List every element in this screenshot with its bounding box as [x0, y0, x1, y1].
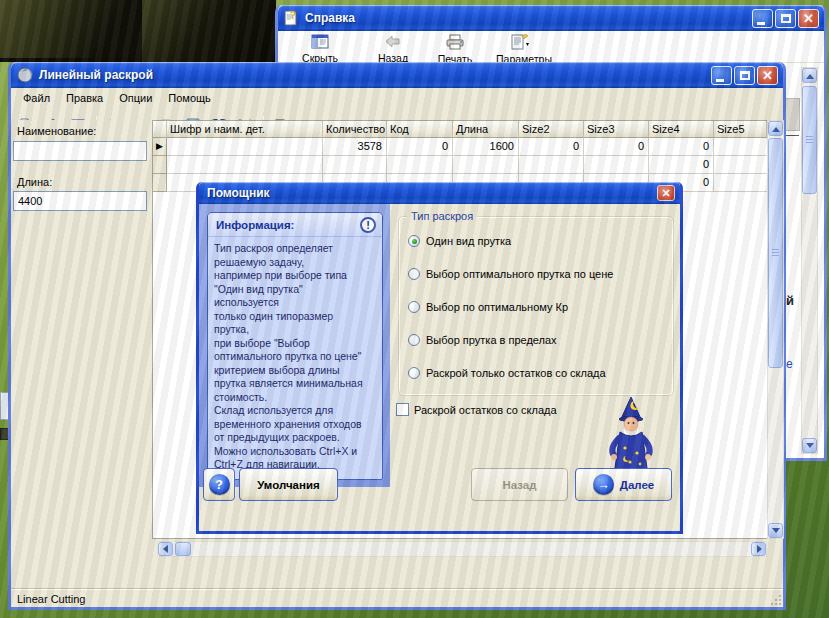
printer-icon: [445, 34, 465, 50]
table-scroll-right-button[interactable]: [751, 542, 766, 556]
table-scroll-left-button[interactable]: [158, 542, 173, 556]
next-button-label: Далее: [620, 479, 655, 491]
cell-size3[interactable]: 0: [584, 138, 649, 156]
defaults-button-label: Умолчания: [257, 479, 320, 491]
cell-length[interactable]: 1600: [453, 138, 519, 156]
next-button[interactable]: → Далее: [575, 468, 672, 501]
column-header[interactable]: Size5: [714, 121, 767, 138]
table-vertical-scrollbar[interactable]: [767, 120, 784, 539]
cell-size4[interactable]: 0: [649, 138, 714, 156]
column-header[interactable]: Size2: [519, 121, 584, 138]
cell-size5[interactable]: [714, 156, 767, 174]
help-document-icon: ?: [283, 10, 299, 26]
info-title: Информация:: [216, 219, 360, 231]
help-close-button[interactable]: ✕: [798, 9, 819, 28]
parameters-sidebar: Наименование: Длина:: [11, 120, 152, 561]
menu-file[interactable]: Файл: [15, 89, 58, 107]
radio-label: Выбор по оптимальному Кр: [426, 301, 568, 313]
table-horizontal-scrollbar[interactable]: [157, 541, 767, 557]
wizard-dialog: Помощник ✕ Информация: ! Тип раскроя опр…: [196, 182, 683, 534]
name-input[interactable]: [13, 141, 147, 161]
cell-quantity[interactable]: [323, 156, 387, 174]
options-icon: [510, 34, 532, 50]
help-print-button[interactable]: Печать: [430, 34, 480, 65]
checkbox-icon: [396, 403, 409, 416]
help-toolbar: Скрыть Назад Печать: [278, 31, 824, 63]
info-text: Тип раскроя определяет решаемую задачу, …: [208, 237, 382, 477]
table-header-row: Шифр и наим. дет. Количество Код Длина S…: [153, 121, 767, 138]
column-header[interactable]: Количество: [323, 121, 387, 138]
table-hscroll-thumb[interactable]: [175, 542, 191, 556]
column-header[interactable]: Длина: [453, 121, 519, 138]
cut-type-groupbox: Тип раскроя Один вид прутка Выбор оптима…: [398, 216, 674, 396]
radio-label: Один вид прутка: [426, 235, 511, 247]
column-header[interactable]: Size4: [649, 121, 714, 138]
help-back-button[interactable]: Назад: [368, 34, 418, 64]
column-header[interactable]: Size3: [584, 121, 649, 138]
column-header[interactable]: Код: [387, 121, 453, 138]
column-header[interactable]: Шифр и наим. дет.: [167, 121, 323, 138]
radio-option-bar-in-range[interactable]: Выбор прутка в пределах: [408, 333, 673, 346]
radio-option-stock-remnants-only[interactable]: Раскрой только остатков со склада: [408, 366, 673, 379]
help-scroll-down-button[interactable]: [802, 438, 817, 453]
table-scroll-down-button[interactable]: [768, 523, 783, 538]
cell-size3[interactable]: [584, 156, 649, 174]
dialog-titlebar[interactable]: Помощник ✕: [199, 182, 680, 204]
defaults-button[interactable]: Умолчания: [239, 468, 338, 501]
main-titlebar[interactable]: Линейный раскрой ✕: [11, 62, 783, 88]
radio-option-optimal-kr[interactable]: Выбор по оптимальному Кр: [408, 300, 673, 313]
cell-name[interactable]: [167, 156, 323, 174]
help-titlebar[interactable]: ? Справка ✕: [278, 5, 824, 31]
info-box-header: Информация: !: [208, 213, 382, 237]
radio-label: Выбор прутка в пределах: [426, 334, 557, 346]
table-row[interactable]: 0: [153, 156, 767, 174]
cell-name[interactable]: [167, 138, 323, 156]
cell-code[interactable]: 0: [387, 138, 453, 156]
menu-options[interactable]: Опции: [111, 89, 160, 107]
table-scroll-thumb[interactable]: [768, 138, 783, 368]
resize-grip[interactable]: [769, 593, 782, 606]
cell-size5[interactable]: [714, 174, 767, 192]
desktop: ? Справка ✕ Скрыть: [0, 0, 829, 618]
help-scroll-up-button[interactable]: [802, 68, 817, 83]
stock-remnants-checkbox-row[interactable]: Раскрой остатков со склада: [396, 403, 557, 416]
length-input[interactable]: [13, 191, 147, 211]
cell-size2[interactable]: 0: [519, 138, 584, 156]
radio-option-single-bar[interactable]: Один вид прутка: [408, 234, 673, 247]
checkbox-label: Раскрой остатков со склада: [414, 404, 557, 416]
menu-help[interactable]: Помощь: [160, 89, 219, 107]
help-hide-button[interactable]: Скрыть: [295, 34, 345, 64]
main-minimize-button[interactable]: [711, 66, 732, 85]
exclamation-icon: !: [360, 217, 376, 233]
cell-size5[interactable]: [714, 138, 767, 156]
help-link-fragment[interactable]: е: [786, 357, 793, 371]
cell-length[interactable]: [453, 156, 519, 174]
main-close-button[interactable]: ✕: [757, 66, 778, 85]
desktop-dark-block-1: [0, 0, 140, 58]
table-row[interactable]: ▶ 3578 0 1600 0 0 0: [153, 138, 767, 156]
dialog-help-button[interactable]: ?: [203, 468, 235, 501]
cell-quantity[interactable]: 3578: [323, 138, 387, 156]
menu-edit[interactable]: Правка: [58, 89, 111, 107]
help-options-button[interactable]: Параметры: [496, 34, 546, 65]
cell-size4[interactable]: 0: [649, 156, 714, 174]
help-window-title: Справка: [305, 11, 355, 25]
help-minimize-button[interactable]: [752, 9, 773, 28]
cell-size2[interactable]: [519, 156, 584, 174]
back-button[interactable]: Назад: [471, 468, 568, 501]
status-text: Linear Cutting: [17, 593, 86, 605]
svg-text:?: ?: [290, 10, 296, 21]
table-corner-cell: [153, 121, 167, 138]
main-maximize-button[interactable]: [734, 66, 755, 85]
groupbox-title: Тип раскроя: [407, 210, 477, 222]
radio-option-optimal-by-price[interactable]: Выбор оптимального прутка по цене: [408, 267, 673, 280]
cell-code[interactable]: [387, 156, 453, 174]
dialog-close-button[interactable]: ✕: [657, 185, 675, 201]
radio-icon: [408, 268, 420, 280]
name-field-label: Наименование:: [17, 125, 96, 137]
help-vertical-scrollbar[interactable]: [801, 67, 818, 454]
help-maximize-button[interactable]: [775, 9, 796, 28]
help-scroll-thumb[interactable]: [802, 86, 817, 194]
info-box: Информация: ! Тип раскроя определяет реш…: [207, 212, 383, 480]
table-scroll-up-button[interactable]: [768, 121, 783, 136]
